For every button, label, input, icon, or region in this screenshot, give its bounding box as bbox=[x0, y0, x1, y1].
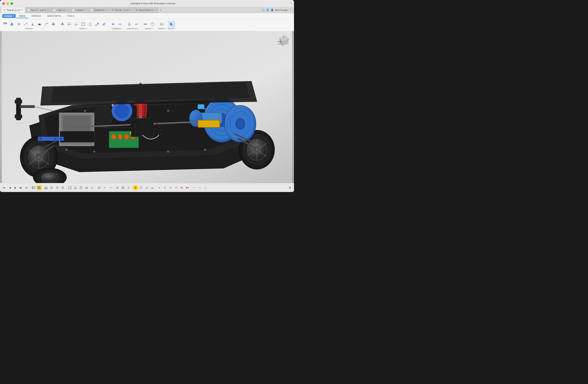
sweep-button[interactable] bbox=[22, 21, 29, 27]
bottom-icon-1[interactable] bbox=[43, 185, 49, 190]
playback-prev-button[interactable]: ◀ bbox=[7, 185, 12, 190]
bottom-icon-15[interactable] bbox=[126, 185, 131, 190]
bottom-icon-3[interactable] bbox=[55, 185, 60, 190]
toolbar-tab-surface[interactable]: SURFACE bbox=[29, 14, 44, 18]
maximize-button[interactable] bbox=[10, 2, 13, 5]
playback-next-button[interactable]: ▶| bbox=[18, 185, 23, 190]
playback-first-button[interactable]: ⏮ bbox=[1, 185, 7, 190]
combine-button[interactable] bbox=[101, 21, 107, 27]
svg-point-133 bbox=[118, 134, 123, 139]
user-icon[interactable]: 👤 bbox=[271, 9, 273, 11]
bottom-icon-14[interactable] bbox=[120, 185, 126, 190]
bottom-icon-2[interactable] bbox=[49, 185, 54, 190]
construct-ruler-button[interactable] bbox=[133, 21, 140, 27]
help-icon[interactable]: ? bbox=[289, 8, 293, 12]
bottom-icon-11[interactable]: ↩ bbox=[102, 185, 107, 190]
measure-button[interactable] bbox=[142, 21, 149, 27]
tab-close-timemachine[interactable]: ✕ bbox=[21, 9, 23, 11]
tab-timemachine[interactable]: ⏱ Time M...ly v1* ✕ bbox=[1, 7, 25, 13]
select-button[interactable] bbox=[168, 21, 175, 27]
bottom-icon-10[interactable] bbox=[97, 185, 102, 190]
tab-untitled[interactable]: 📄 Untitled* ✕ bbox=[70, 7, 88, 13]
fillet-button[interactable] bbox=[66, 21, 73, 27]
playback-last-button[interactable]: ⏭ bbox=[24, 185, 29, 190]
revolve-button[interactable] bbox=[15, 21, 22, 27]
create-label[interactable]: CREATE ▾ bbox=[25, 28, 33, 30]
construct-label[interactable]: CONSTRUCT ▾ bbox=[127, 28, 139, 30]
timeline-view-1-button[interactable] bbox=[31, 185, 36, 190]
bottom-icon-8[interactable] bbox=[84, 185, 89, 190]
insert-label[interactable]: INSERT ▾ bbox=[158, 28, 166, 30]
shell-button[interactable] bbox=[80, 21, 87, 27]
toolbar-tab-sheet-metal[interactable]: SHEET METAL bbox=[44, 14, 64, 18]
search-icon[interactable]: 🔍 bbox=[262, 9, 265, 11]
tab-tbar[interactable]: 📄 T–Bar v2 ✕ bbox=[51, 7, 70, 13]
design-dropdown[interactable]: DESIGN ▾ bbox=[2, 14, 16, 18]
view-cube[interactable]: TOP FRONT X Z bbox=[276, 34, 291, 49]
close-button[interactable] bbox=[2, 2, 5, 5]
bottom-icon-active[interactable] bbox=[133, 185, 138, 190]
account-icon[interactable]: 🌐 bbox=[266, 9, 269, 11]
draft-button[interactable] bbox=[87, 21, 94, 27]
bottom-icon-26[interactable] bbox=[197, 185, 203, 190]
add-tab-button[interactable]: + bbox=[158, 7, 163, 13]
bottom-icon-12[interactable]: ↪ bbox=[108, 185, 113, 190]
minimize-button[interactable] bbox=[6, 2, 9, 5]
bottom-icon-25[interactable] bbox=[192, 185, 197, 190]
chamfer-button[interactable] bbox=[73, 21, 80, 27]
bottom-icon-24[interactable] bbox=[185, 185, 190, 190]
bottom-icon-9[interactable] bbox=[90, 185, 95, 190]
as-built-joint-button[interactable] bbox=[117, 21, 124, 27]
bottom-icon-21[interactable]: ✕ bbox=[168, 185, 173, 190]
press-pull-button[interactable] bbox=[59, 21, 66, 27]
new-component-button[interactable] bbox=[1, 21, 8, 27]
tab-untitled2[interactable]: 📄 Untitled*(1) ✕ bbox=[88, 7, 109, 13]
svg-rect-40 bbox=[97, 23, 99, 24]
bottom-icon-23[interactable] bbox=[179, 185, 184, 190]
tab-close-untitled[interactable]: ✕ bbox=[84, 9, 86, 11]
bottom-icon-20[interactable]: ✕ bbox=[162, 185, 168, 190]
bottom-icon-13[interactable] bbox=[115, 185, 120, 190]
tab-close-tbar[interactable]: ✕ bbox=[66, 9, 67, 11]
scale-button[interactable] bbox=[94, 21, 101, 27]
help-icon[interactable]: ? bbox=[291, 2, 292, 5]
bottom-icon-5[interactable] bbox=[67, 185, 72, 190]
inspect-label[interactable]: INSPECT ▾ bbox=[145, 28, 153, 30]
zebra-analysis-button[interactable] bbox=[149, 21, 156, 27]
settings-button[interactable]: ⚙ bbox=[287, 185, 293, 190]
bottom-icon-16[interactable] bbox=[139, 185, 144, 190]
tab-timemachine2[interactable]: ⏱ Time M... v1 v3 ✕ bbox=[109, 7, 134, 13]
bottom-icon-22[interactable]: ✕ bbox=[173, 185, 179, 190]
tab-newf1end[interactable]: 📄 New F1...end v2 ✕ bbox=[25, 7, 51, 13]
extrude-button[interactable] bbox=[8, 21, 15, 27]
toolbar-tab-tools[interactable]: TOOLS bbox=[64, 14, 77, 18]
insert-image-button[interactable] bbox=[158, 21, 165, 27]
modify-label[interactable]: MODIFY ▾ bbox=[80, 28, 87, 30]
tab-close-untitled2[interactable]: ✕ bbox=[105, 9, 107, 11]
3d-view[interactable]: TOP FRONT X Z bbox=[0, 31, 294, 183]
move-button[interactable] bbox=[50, 21, 57, 27]
bottom-icon-4[interactable] bbox=[60, 185, 65, 190]
select-label[interactable]: SELECT ▾ bbox=[168, 28, 176, 30]
playback-play-button[interactable]: ▶ bbox=[13, 185, 18, 190]
tab-servomount[interactable]: ⚙ Servo Mount v1 ✕ bbox=[134, 7, 158, 13]
tab-close-timemachine2[interactable]: ✕ bbox=[130, 9, 131, 11]
loft-button[interactable] bbox=[29, 21, 36, 27]
toolbar-tab-solid[interactable]: SOLID bbox=[17, 14, 28, 18]
assemble-label[interactable]: ASSEMBLE ▾ bbox=[111, 28, 122, 30]
bottom-icon-17[interactable]: 🔗 bbox=[144, 185, 149, 190]
bottom-icon-6[interactable] bbox=[73, 185, 78, 190]
bottom-icon-18[interactable] bbox=[150, 185, 155, 190]
freeform-button[interactable] bbox=[43, 21, 50, 27]
bottom-icon-7[interactable] bbox=[78, 185, 84, 190]
tab-close-newf1end[interactable]: ✕ bbox=[47, 9, 48, 11]
construct-plane-button[interactable] bbox=[126, 21, 133, 27]
user-name[interactable]: Brett Turnage bbox=[275, 9, 288, 11]
viewport[interactable]: TOP FRONT X Z bbox=[0, 31, 294, 183]
tab-close-servomount[interactable]: ✕ bbox=[154, 9, 156, 11]
joint-button[interactable] bbox=[110, 21, 117, 27]
bottom-icon-27[interactable] bbox=[203, 185, 208, 190]
timeline-view-2-button[interactable] bbox=[37, 185, 42, 190]
hole-button[interactable] bbox=[36, 21, 43, 27]
bottom-icon-19[interactable]: ✕ bbox=[157, 185, 162, 190]
